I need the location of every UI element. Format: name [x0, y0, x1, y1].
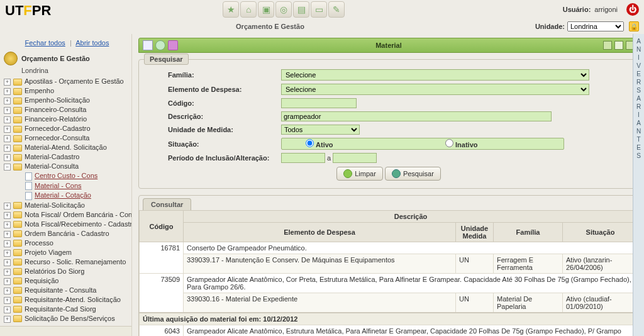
search-legend: Pesquisar: [144, 53, 189, 65]
familia-select[interactable]: Selecione: [281, 69, 589, 81]
th-familia: Família: [494, 223, 563, 242]
app-title: Orçamento E Gestão: [236, 23, 304, 30]
close-all-link[interactable]: Fechar todos: [25, 39, 65, 47]
tree-node[interactable]: +Empenho: [4, 86, 130, 96]
tree-node[interactable]: +Apostilas - Orçamento E Gestão: [4, 77, 130, 86]
calc-icon[interactable]: ▤: [293, 1, 309, 18]
limpar-button[interactable]: Limpar: [336, 167, 383, 181]
logout-button[interactable]: ⏻: [626, 3, 639, 16]
results-table: Código Descrição Elemento de Despesa Uni…: [139, 210, 638, 336]
tree-node[interactable]: +Requisitante-Atend. Solicitação: [4, 295, 130, 305]
panel-view-1[interactable]: [603, 41, 612, 50]
panel-icon-1[interactable]: [143, 40, 153, 50]
tree-node[interactable]: +Requisição: [4, 276, 130, 286]
pesquisar-button[interactable]: Pesquisar: [385, 167, 441, 181]
results-panel: Consultar Código Descrição Elemento de D…: [138, 195, 639, 336]
tree-node[interactable]: +Nota Fiscal/Recebimento - Cadastro: [4, 220, 130, 229]
tree-node[interactable]: +Fornecedor-Consulta: [4, 133, 130, 143]
tree-root-sub: Londrina: [21, 67, 130, 74]
descricao-input[interactable]: [281, 111, 552, 121]
lock-icon[interactable]: 🔒: [629, 21, 639, 31]
topbar: ★ ⌂ ▣ ◎ ▤ ▭ ✎ Usuário: arrigoni ⏻: [0, 0, 644, 19]
tree-node[interactable]: +Recurso - Solic. Remanejamento: [4, 257, 130, 267]
tree-node-open[interactable]: −Material-Consulta: [4, 162, 130, 171]
table-row[interactable]: 73509Grampeador Alicate Anatômico, Cor P…: [140, 274, 638, 293]
table-row[interactable]: 6043Grampeador Alicate Anatômico, Estrut…: [140, 325, 638, 337]
tree-node[interactable]: +Material-Solicitação: [4, 201, 130, 210]
tree-node[interactable]: +Requisitante - Consulta: [4, 286, 130, 295]
elemento-select[interactable]: Selecione: [281, 84, 589, 95]
th-codigo: Código: [140, 211, 184, 242]
panel-icon-2[interactable]: [155, 40, 165, 50]
periodo-de-input[interactable]: [281, 153, 325, 163]
tree-node[interactable]: +Empenho-Solicitação: [4, 96, 130, 105]
coin-icon[interactable]: ◎: [275, 1, 292, 18]
panel-view-2[interactable]: [614, 41, 623, 50]
th-situacao: Situação: [563, 223, 638, 242]
tree-node[interactable]: +Financeiro-Relatório: [4, 115, 130, 124]
tree-node[interactable]: +Projeto Viagem: [4, 248, 130, 257]
root-icon: [4, 52, 18, 65]
tree-node[interactable]: +Ordem Bancária - Cadastro: [4, 229, 130, 238]
tree-node[interactable]: +Requisitante-Cad Siorg: [4, 305, 130, 314]
user-value: arrigoni: [594, 6, 618, 13]
unit-select[interactable]: Londrina: [567, 21, 624, 31]
aniversariantes-rail[interactable]: ANIVERSARIANTES: [633, 34, 644, 336]
tree-node[interactable]: +Nota Fiscal/ Ordem Bancária - Consulta: [4, 210, 130, 220]
periodo-ate-input[interactable]: [333, 153, 377, 163]
user-info: Usuário: arrigoni ⏻: [563, 3, 639, 16]
image-icon[interactable]: ▭: [311, 1, 327, 18]
table-row-detail: 339039.17 - Manutenção E Conserv. De Máq…: [140, 254, 638, 274]
th-um: Unidade Medida: [456, 223, 494, 242]
note-icon[interactable]: ✎: [328, 1, 345, 18]
tree-node[interactable]: +Material-Cadastro: [4, 152, 130, 162]
unit-selector: Unidade: Londrina 🔒: [535, 21, 639, 31]
sidebar-hscroll[interactable]: [0, 326, 131, 336]
unidade-medida-select[interactable]: Todos: [281, 125, 360, 135]
radio-inativo[interactable]: Inativo: [426, 139, 558, 148]
tree-node[interactable]: +Relatórios Do Siorg: [4, 267, 130, 276]
table-row-detail: 339030.16 - Material De ExpedienteUNMate…: [140, 293, 638, 313]
tree-node[interactable]: +Material-Atend. Solicitação: [4, 143, 130, 152]
tree-controls: Fechar todos | Abrir todos: [4, 39, 130, 47]
tree-leaf[interactable]: Material - Cotação: [25, 191, 130, 201]
tree-node[interactable]: +Financeiro-Consulta: [4, 105, 130, 115]
logo: UTFPR: [5, 3, 51, 19]
tree-node[interactable]: +Solicitação De Bens/Serviços: [4, 314, 130, 323]
print-icon[interactable]: ⌂: [240, 1, 257, 18]
top-toolbar: ★ ⌂ ▣ ◎ ▤ ▭ ✎: [223, 1, 345, 18]
open-all-link[interactable]: Abrir todos: [75, 39, 109, 47]
tree-leaf[interactable]: Centro Custo - Cons: [25, 171, 130, 181]
radio-ativo[interactable]: Ativo: [287, 139, 419, 148]
tab-consultar[interactable]: Consultar: [143, 198, 191, 210]
tree-leaf[interactable]: Material - Cons: [25, 181, 130, 191]
panel-header: Material: [138, 38, 639, 53]
search-fieldset: Pesquisar Família:Selecione Elemento de …: [138, 59, 639, 189]
subheader: Orçamento E Gestão Unidade: Londrina 🔒: [0, 19, 644, 34]
panel-title: Material: [375, 42, 402, 49]
safe-icon[interactable]: ▣: [258, 1, 274, 18]
th-elem: Elemento de Despesa: [184, 223, 456, 242]
panel-icon-3[interactable]: [168, 40, 178, 50]
tree-root[interactable]: Orçamento E Gestão: [4, 52, 130, 65]
codigo-input[interactable]: [281, 98, 357, 108]
table-row[interactable]: 16781Conserto De Grampeador Pneumático.: [140, 242, 638, 254]
table-row-last-acq: Última aquisição do material foi em: 10/…: [140, 313, 638, 325]
sidebar: Fechar todos | Abrir todos Orçamento E G…: [0, 34, 132, 336]
content: Material Pesquisar Família:Selecione Ele…: [132, 34, 644, 336]
tree-node[interactable]: +Processo: [4, 238, 130, 248]
tree-node[interactable]: +Fornecedor-Cadastro: [4, 124, 130, 133]
star-icon[interactable]: ★: [223, 1, 239, 18]
th-descricao: Descrição: [184, 211, 638, 223]
